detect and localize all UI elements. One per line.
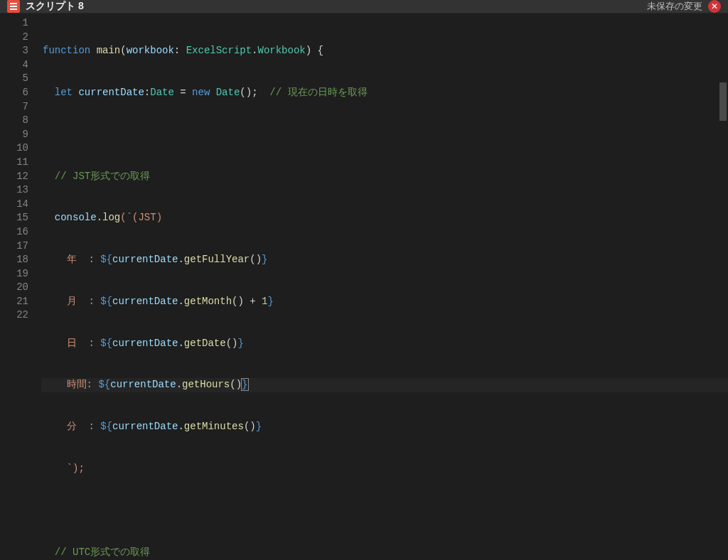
line-number: 14 xyxy=(0,198,28,212)
line-number: 7 xyxy=(0,100,28,114)
line-number: 10 xyxy=(0,141,28,156)
line-number: 16 xyxy=(0,225,28,239)
scrollbar-thumb[interactable] xyxy=(719,82,727,121)
code-line: 年 : ${currentDate.getFullYear()} xyxy=(41,253,728,267)
vertical-scrollbar[interactable] xyxy=(718,21,728,334)
code-line-active: 時間: ${currentDate.getHours()} xyxy=(41,378,728,392)
code-line: function main(workbook: ExcelScript.Work… xyxy=(41,44,728,58)
script-icon xyxy=(7,0,20,13)
code-line: let currentDate:Date = new Date(); // 現在… xyxy=(41,86,728,100)
line-number: 18 xyxy=(0,253,28,267)
line-number: 19 xyxy=(0,267,28,281)
line-number: 5 xyxy=(0,72,28,86)
code-line: // JST形式での取得 xyxy=(41,170,728,184)
code-line: 日 : ${currentDate.getDate()} xyxy=(41,337,728,351)
code-line xyxy=(41,504,728,518)
line-number: 13 xyxy=(0,183,28,198)
code-area[interactable]: function main(workbook: ExcelScript.Work… xyxy=(41,14,728,560)
code-line: 分 : ${currentDate.getMinutes()} xyxy=(41,420,728,434)
unsaved-label: 未保存の変更 xyxy=(647,0,702,13)
line-number: 3 xyxy=(0,44,28,58)
code-line: // UTC形式での取得 xyxy=(41,546,728,560)
line-number: 4 xyxy=(0,58,28,72)
line-number: 22 xyxy=(0,308,28,323)
line-number: 1 xyxy=(0,16,28,31)
line-number: 20 xyxy=(0,281,28,295)
line-number-gutter: 1 2 3 4 5 6 7 8 9 10 11 12 13 14 15 16 1… xyxy=(0,14,41,560)
line-number: 8 xyxy=(0,114,28,128)
line-number: 2 xyxy=(0,31,28,45)
code-line xyxy=(41,128,728,142)
line-number: 11 xyxy=(0,156,28,170)
code-editor[interactable]: 1 2 3 4 5 6 7 8 9 10 11 12 13 14 15 16 1… xyxy=(0,14,728,560)
line-number: 9 xyxy=(0,128,28,142)
line-number: 21 xyxy=(0,295,28,309)
line-number: 17 xyxy=(0,239,28,254)
titlebar: スクリプト 8 未保存の変更 ✕ xyxy=(0,0,728,14)
code-line: 月 : ${currentDate.getMonth() + 1} xyxy=(41,295,728,309)
line-number: 6 xyxy=(0,86,28,100)
close-icon[interactable]: ✕ xyxy=(708,0,721,13)
code-line: console.log(`(JST) xyxy=(41,211,728,225)
line-number: 12 xyxy=(0,170,28,184)
line-number: 15 xyxy=(0,211,28,225)
code-line: `); xyxy=(41,462,728,476)
script-title: スクリプト 8 xyxy=(26,0,647,13)
